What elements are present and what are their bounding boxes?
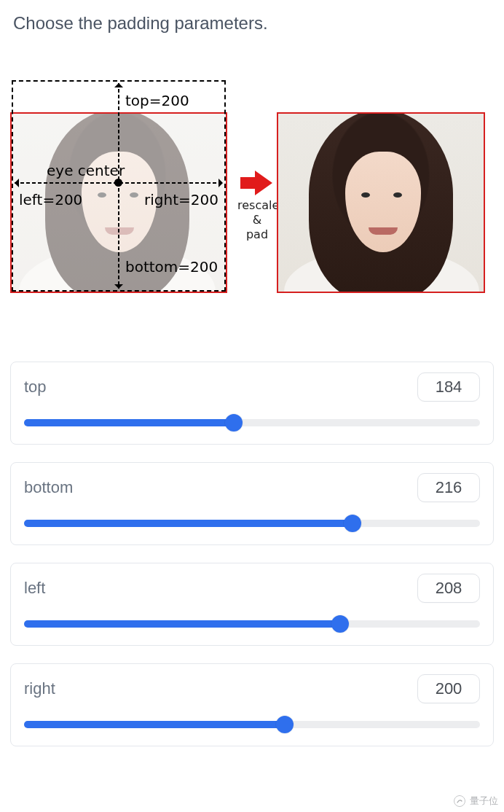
arrow-down-icon [114, 284, 123, 293]
label-top: top=200 [125, 92, 189, 109]
watermark-text: 量子位 [470, 795, 498, 808]
label-bottom: bottom=200 [125, 258, 218, 276]
slider-label: right [24, 679, 55, 698]
slider-value-input[interactable]: 208 [417, 574, 480, 603]
slider-fill [24, 721, 285, 728]
arrow-left-icon [10, 179, 19, 187]
slider-fill [24, 419, 234, 426]
slider-track[interactable] [24, 620, 480, 628]
slider-left: left 208 [10, 563, 494, 646]
eye-center-dot [114, 179, 122, 187]
slider-right: right 200 [10, 663, 494, 746]
slider-thumb[interactable] [331, 615, 349, 633]
slider-fill [24, 520, 353, 527]
watermark: 量子位 [454, 795, 498, 808]
label-eye-center: eye center [47, 162, 125, 179]
slider-track[interactable] [24, 419, 480, 426]
slider-label: left [24, 579, 45, 598]
slider-bottom: bottom 216 [10, 462, 494, 545]
slider-fill [24, 620, 340, 628]
slider-value-input[interactable]: 184 [417, 372, 480, 402]
transform-arrow-icon [240, 172, 274, 194]
slider-label: bottom [24, 478, 73, 497]
arrow-up-icon [114, 79, 123, 87]
transform-caption: rescale & pad [237, 198, 277, 242]
output-photo-frame [277, 112, 485, 293]
slider-group: top 184 bottom 216 left 208 right 2 [10, 362, 494, 746]
padding-diagram: top=200 bottom=200 left=200 right=200 ey… [10, 80, 494, 313]
slider-thumb[interactable] [225, 414, 243, 432]
slider-value-input[interactable]: 200 [417, 674, 480, 703]
label-right: right=200 [144, 191, 218, 208]
slider-thumb[interactable] [276, 716, 294, 733]
slider-thumb[interactable] [344, 515, 361, 532]
label-left: left=200 [19, 191, 82, 208]
arrow-right-icon [218, 179, 227, 187]
slider-top: top 184 [10, 362, 494, 445]
slider-value-input[interactable]: 216 [417, 473, 480, 502]
page-title: Choose the padding parameters. [0, 0, 504, 36]
watermark-logo-icon [454, 795, 465, 807]
slider-label: top [24, 378, 47, 397]
slider-track[interactable] [24, 721, 480, 728]
output-photo [278, 114, 484, 292]
slider-track[interactable] [24, 520, 480, 527]
